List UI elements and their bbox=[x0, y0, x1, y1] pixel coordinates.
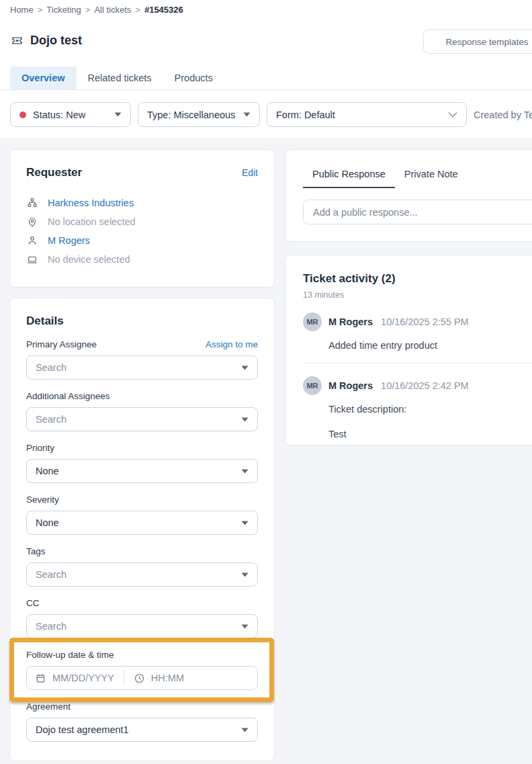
activity-timestamp: 10/16/2025 2:42 PM bbox=[381, 380, 469, 391]
primary-assignee-select[interactable]: Search bbox=[26, 355, 258, 380]
chevron-down-icon bbox=[448, 112, 457, 118]
breadcrumb-ticketing[interactable]: Ticketing bbox=[46, 5, 81, 15]
details-card: Details Primary Assignee Assign to me Se… bbox=[9, 298, 275, 761]
location-icon bbox=[26, 216, 38, 228]
caret-down-icon bbox=[241, 728, 249, 732]
priority-value: None bbox=[36, 466, 59, 476]
ticket-title-row: Dojo test bbox=[10, 34, 82, 48]
response-card: Public Response Private Note bbox=[285, 149, 532, 242]
additional-assignees-select[interactable]: Search bbox=[26, 407, 258, 431]
cc-field: CC Search bbox=[26, 598, 258, 638]
agreement-value: Dojo test agreement1 bbox=[36, 724, 129, 735]
activity-text: Added time entry product bbox=[328, 340, 532, 351]
tab-related-tickets[interactable]: Related tickets bbox=[77, 67, 163, 89]
status-dot-icon bbox=[19, 112, 26, 118]
created-by-text: Created by Tec bbox=[474, 110, 532, 120]
priority-field: Priority None bbox=[26, 443, 258, 483]
activity-text: Test bbox=[328, 429, 532, 439]
public-response-input[interactable] bbox=[303, 200, 532, 224]
breadcrumb-home[interactable]: Home bbox=[10, 5, 34, 15]
activity-entry: MR M Rogers 10/16/2025 2:55 PM Added tim… bbox=[303, 312, 532, 351]
followup-field: Follow-up date & time MM/DD/YYYY bbox=[26, 650, 258, 690]
form-select[interactable]: Form: Default bbox=[267, 102, 467, 127]
activity-author: M Rogers bbox=[328, 316, 373, 327]
breadcrumb: Home > Ticketing > All tickets > #154532… bbox=[10, 5, 183, 15]
severity-label: Severity bbox=[26, 495, 59, 505]
requester-device-row: No device selected bbox=[26, 250, 258, 269]
caret-down-icon bbox=[241, 521, 249, 525]
additional-assignees-field: Additional Assignees Search bbox=[26, 391, 258, 431]
agreement-field: Agreement Dojo test agreement1 bbox=[26, 702, 258, 742]
caret-down-icon bbox=[243, 112, 251, 117]
response-templates-button[interactable]: Response templates bbox=[423, 30, 532, 54]
caret-down-icon bbox=[241, 572, 249, 577]
breadcrumb-ticket-number: #1545326 bbox=[144, 5, 183, 15]
activity-title: Ticket activity (2) bbox=[303, 272, 532, 286]
tabs-divider bbox=[0, 89, 532, 90]
severity-field: Severity None bbox=[26, 495, 258, 535]
breadcrumb-all-tickets[interactable]: All tickets bbox=[94, 5, 131, 15]
datetime-divider bbox=[124, 670, 124, 686]
priority-select[interactable]: None bbox=[26, 459, 258, 483]
followup-time-input[interactable]: HH:MM bbox=[134, 673, 184, 684]
breadcrumb-separator: > bbox=[38, 5, 43, 15]
agreement-select[interactable]: Dojo test agreement1 bbox=[26, 718, 258, 742]
calendar-icon bbox=[35, 673, 46, 684]
filter-row: Status: New Type: Miscellaneous Form: De… bbox=[10, 102, 532, 127]
requester-title: Requester bbox=[26, 166, 82, 179]
avatar: MR bbox=[303, 376, 322, 395]
requester-organization-row: Harkness Industries bbox=[26, 194, 258, 212]
activity-timestamp: 10/16/2025 2:55 PM bbox=[381, 316, 469, 327]
ticket-page: Home > Ticketing > All tickets > #154532… bbox=[0, 0, 532, 764]
primary-assignee-field: Primary Assignee Assign to me Search bbox=[26, 339, 258, 380]
followup-date-input[interactable]: MM/DD/YYYY bbox=[35, 673, 114, 684]
type-select[interactable]: Type: Miscellaneous bbox=[138, 102, 260, 127]
priority-label: Priority bbox=[26, 443, 54, 453]
status-select-value: Status: New bbox=[33, 110, 107, 120]
additional-assignees-label: Additional Assignees bbox=[26, 391, 110, 401]
tab-private-note[interactable]: Private Note bbox=[395, 165, 468, 188]
additional-assignees-placeholder: Search bbox=[36, 414, 66, 425]
response-tabs: Public Response Private Note bbox=[303, 165, 532, 188]
device-icon bbox=[26, 253, 38, 265]
breadcrumb-separator: > bbox=[85, 5, 91, 15]
edit-requester-link[interactable]: Edit bbox=[242, 167, 258, 178]
tab-products[interactable]: Products bbox=[163, 67, 224, 89]
requester-contact-row: M Rogers bbox=[26, 231, 258, 250]
activity-entry: MR M Rogers 10/16/2025 2:42 PM Ticket de… bbox=[303, 376, 532, 439]
severity-select[interactable]: None bbox=[26, 511, 258, 535]
caret-down-icon bbox=[241, 366, 249, 370]
caret-down-icon bbox=[241, 417, 249, 422]
tags-select[interactable]: Search bbox=[26, 562, 258, 587]
tab-public-response[interactable]: Public Response bbox=[303, 165, 395, 188]
entry-divider bbox=[303, 363, 532, 364]
followup-datetime-input: MM/DD/YYYY HH:MM bbox=[26, 666, 258, 690]
breadcrumb-separator: > bbox=[135, 5, 140, 15]
details-title: Details bbox=[26, 314, 258, 328]
activity-elapsed-time: 13 minutes bbox=[303, 290, 532, 300]
agreement-label: Agreement bbox=[26, 702, 71, 712]
requester-list: Harkness Industries No location selected bbox=[26, 194, 258, 269]
organization-link[interactable]: Harkness Industries bbox=[48, 198, 134, 208]
ticket-activity-card: Ticket activity (2) 13 minutes MR M Roge… bbox=[285, 255, 532, 445]
tags-label: Tags bbox=[26, 546, 46, 556]
tab-overview[interactable]: Overview bbox=[10, 67, 77, 89]
requester-card: Requester Edit Harkness Industries bbox=[9, 149, 275, 288]
cc-label: CC bbox=[26, 598, 40, 608]
person-icon bbox=[26, 235, 38, 247]
assign-to-me-link[interactable]: Assign to me bbox=[206, 339, 258, 349]
severity-value: None bbox=[36, 517, 59, 528]
device-text: No device selected bbox=[48, 254, 130, 265]
contact-link[interactable]: M Rogers bbox=[48, 235, 90, 246]
activity-author: M Rogers bbox=[328, 380, 373, 391]
page-title: Dojo test bbox=[30, 34, 82, 48]
avatar: MR bbox=[303, 312, 322, 331]
followup-time-placeholder: HH:MM bbox=[151, 673, 184, 683]
followup-label: Follow-up date & time bbox=[26, 650, 114, 660]
status-select[interactable]: Status: New bbox=[10, 102, 131, 127]
form-select-value: Form: Default bbox=[276, 110, 441, 120]
cc-select[interactable]: Search bbox=[26, 614, 258, 638]
followup-date-placeholder: MM/DD/YYYY bbox=[52, 673, 114, 683]
caret-down-icon bbox=[241, 469, 249, 474]
tags-field: Tags Search bbox=[26, 546, 258, 587]
